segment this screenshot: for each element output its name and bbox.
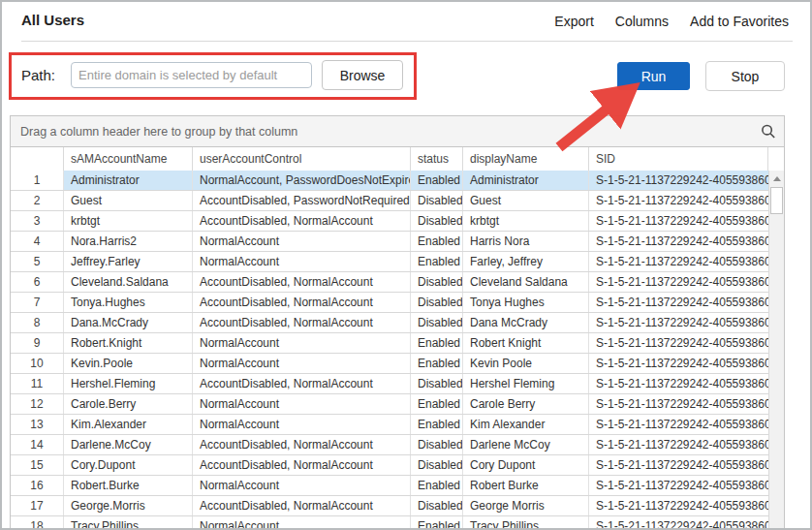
cell-userAccountControl: NormalAccount [193, 415, 411, 434]
cell-SID: S-1-5-21-1137229242-4055938608-10 [589, 435, 768, 454]
table-row[interactable]: 18Tracy.PhillipsNormalAccountEnabledTrac… [11, 516, 768, 528]
column-header-status[interactable]: status [411, 147, 463, 171]
vertical-scrollbar[interactable] [768, 171, 784, 528]
cell-displayName: krbtgt [463, 211, 589, 231]
cell-SID: S-1-5-21-1137229242-4055938608-10 [589, 211, 768, 231]
results-grid: Drag a column header here to group by th… [10, 115, 785, 528]
cell-userAccountControl: AccountDisabled, NormalAccount [193, 374, 411, 393]
cell-sAMAccountName: Guest [64, 191, 193, 210]
table-row[interactable]: 2GuestAccountDisabled, PasswordNotRequir… [11, 191, 768, 211]
cell-status: Enabled [411, 333, 463, 353]
cell-num: 1 [11, 171, 64, 190]
table-row[interactable]: 6Cleveland.SaldanaAccountDisabled, Norma… [11, 272, 768, 293]
cell-displayName: Robert Knight [463, 333, 589, 353]
cell-status: Enabled [411, 171, 463, 190]
cell-SID: S-1-5-21-1137229242-4055938608-10 [589, 496, 768, 515]
cell-displayName: Guest [463, 191, 589, 210]
table-row[interactable]: 9Robert.KnightNormalAccountEnabledRobert… [11, 333, 768, 354]
path-input[interactable] [71, 62, 312, 88]
cell-displayName: Carole Berry [463, 394, 589, 414]
cell-SID: S-1-5-21-1137229242-4055938608-10 [589, 171, 768, 190]
cell-userAccountControl: AccountDisabled, NormalAccount [193, 211, 411, 231]
cell-SID: S-1-5-21-1137229242-4055938608-10 [589, 313, 768, 332]
cell-sAMAccountName: Tracy.Phillips [64, 516, 193, 528]
table-row[interactable]: 4Nora.Harris2NormalAccountEnabledHarris … [11, 232, 768, 252]
cell-status: Enabled [411, 415, 463, 434]
cell-SID: S-1-5-21-1137229242-4055938608-10 [589, 293, 768, 312]
cell-SID: S-1-5-21-1137229242-4055938608-10 [589, 272, 768, 292]
cell-userAccountControl: NormalAccount [193, 354, 411, 373]
table-row[interactable]: 7Tonya.HughesAccountDisabled, NormalAcco… [11, 293, 768, 313]
columns-button[interactable]: Columns [615, 14, 669, 29]
cell-sAMAccountName: Darlene.McCoy [64, 435, 193, 454]
table-row[interactable]: 10Kevin.PooleNormalAccountEnabledKevin P… [11, 354, 768, 374]
cell-sAMAccountName: Cleveland.Saldana [64, 272, 193, 292]
scroll-up-icon[interactable] [769, 171, 784, 187]
cell-num: 6 [11, 272, 64, 292]
column-header-useraccountcontrol[interactable]: userAccountControl [193, 147, 411, 171]
group-by-bar[interactable]: Drag a column header here to group by th… [11, 116, 784, 147]
stop-button[interactable]: Stop [705, 61, 785, 91]
column-header-displayname[interactable]: displayName [463, 147, 589, 171]
cell-status: Enabled [411, 394, 463, 414]
table-header-row: sAMAccountName userAccountControl status… [11, 147, 784, 171]
cell-status: Enabled [411, 232, 463, 251]
path-label: Path: [21, 67, 55, 83]
cell-sAMAccountName: Robert.Burke [64, 476, 193, 495]
cell-sAMAccountName: Cory.Dupont [64, 455, 193, 475]
table-row[interactable]: 5Jeffrey.FarleyNormalAccountEnabledFarle… [11, 252, 768, 272]
cell-status: Disabled [411, 211, 463, 231]
table-row[interactable]: 16Robert.BurkeNormalAccountEnabledRobert… [11, 476, 768, 496]
search-icon[interactable] [760, 123, 777, 140]
table-body: 1AdministratorNormalAccount, PasswordDoe… [11, 171, 768, 528]
column-header-sid[interactable]: SID [589, 147, 768, 171]
cell-displayName: Farley, Jeffrey [463, 252, 589, 271]
cell-userAccountControl: AccountDisabled, NormalAccount [193, 293, 411, 312]
table-row[interactable]: 11Hershel.FlemingAccountDisabled, Normal… [11, 374, 768, 394]
table-row[interactable]: 13Kim.AlexanderNormalAccountEnabledKim A… [11, 415, 768, 435]
column-header-rownum [11, 147, 64, 171]
cell-num: 13 [11, 415, 64, 434]
table-row[interactable]: 8Dana.McCradyAccountDisabled, NormalAcco… [11, 313, 768, 333]
cell-num: 16 [11, 476, 64, 495]
table-row[interactable]: 12Carole.BerryNormalAccountEnabledCarole… [11, 394, 768, 415]
run-button[interactable]: Run [617, 62, 690, 90]
cell-status: Disabled [411, 374, 463, 393]
table-row[interactable]: 15Cory.DupontAccountDisabled, NormalAcco… [11, 455, 768, 476]
cell-status: Disabled [411, 496, 463, 515]
cell-sAMAccountName: George.Morris [64, 496, 193, 515]
export-button[interactable]: Export [554, 14, 593, 29]
cell-sAMAccountName: Kevin.Poole [64, 354, 193, 373]
cell-sAMAccountName: Robert.Knight [64, 333, 193, 353]
report-window: All Users Export Columns Add to Favorite… [0, 0, 812, 530]
cell-num: 5 [11, 252, 64, 271]
cell-SID: S-1-5-21-1137229242-4055938608-10 [589, 476, 768, 495]
group-by-hint: Drag a column header here to group by th… [20, 125, 297, 139]
table-row[interactable]: 3krbtgtAccountDisabled, NormalAccountDis… [11, 211, 768, 232]
table-row[interactable]: 14Darlene.McCoyAccountDisabled, NormalAc… [11, 435, 768, 455]
cell-displayName: Cory Dupont [463, 455, 589, 475]
cell-num: 15 [11, 455, 64, 475]
cell-num: 11 [11, 374, 64, 393]
cell-num: 18 [11, 516, 64, 528]
table-row[interactable]: 17George.MorrisAccountDisabled, NormalAc… [11, 496, 768, 516]
cell-displayName: Darlene McCoy [463, 435, 589, 454]
cell-status: Disabled [411, 455, 463, 475]
cell-displayName: Kim Alexander [463, 415, 589, 434]
cell-displayName: Harris Nora [463, 232, 589, 251]
cell-num: 3 [11, 211, 64, 231]
browse-button[interactable]: Browse [322, 60, 403, 90]
cell-SID: S-1-5-21-1137229242-4055938608-10 [589, 415, 768, 434]
column-header-samaccountname[interactable]: sAMAccountName [64, 147, 193, 171]
cell-displayName: Cleveland Saldana [463, 272, 589, 292]
table-row[interactable]: 1AdministratorNormalAccount, PasswordDoe… [11, 171, 768, 191]
cell-displayName: Kevin Poole [463, 354, 589, 373]
cell-sAMAccountName: Hershel.Fleming [64, 374, 193, 393]
cell-num: 9 [11, 333, 64, 353]
cell-displayName: Tonya Hughes [463, 293, 589, 312]
cell-userAccountControl: AccountDisabled, PasswordNotRequired, ..… [193, 191, 411, 210]
cell-userAccountControl: AccountDisabled, NormalAccount [193, 435, 411, 454]
scrollbar-thumb[interactable] [770, 187, 783, 214]
cell-SID: S-1-5-21-1137229242-4055938608-10 [589, 455, 768, 475]
add-to-favorites-button[interactable]: Add to Favorites [690, 14, 789, 29]
